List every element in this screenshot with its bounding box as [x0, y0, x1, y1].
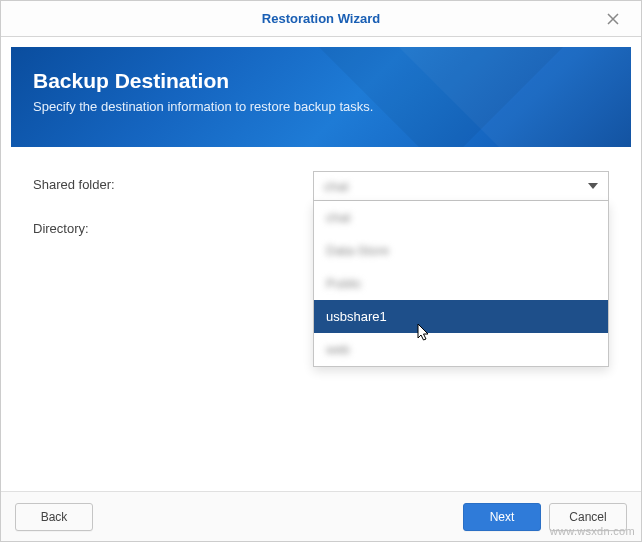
footer: Back Next Cancel — [1, 491, 641, 541]
shared-folder-label: Shared folder: — [33, 171, 313, 192]
dropdown-item-usbshare1[interactable]: usbshare1 — [314, 300, 608, 333]
cancel-button[interactable]: Cancel — [549, 503, 627, 531]
dropdown-item[interactable]: Public — [314, 267, 608, 300]
close-button[interactable] — [595, 1, 631, 37]
titlebar: Restoration Wizard — [1, 1, 641, 37]
banner: Backup Destination Specify the destinati… — [11, 47, 631, 147]
shared-folder-row: Shared folder: chat chat Data-Store — [33, 171, 609, 201]
shared-folder-dropdown: chat Data-Store Public usbshare1 — [313, 201, 609, 367]
shared-folder-select[interactable]: chat — [313, 171, 609, 201]
restoration-wizard-window: Restoration Wizard Backup Destination Sp… — [0, 0, 642, 542]
content-area: Backup Destination Specify the destinati… — [1, 37, 641, 491]
form-area: Shared folder: chat chat Data-Store — [11, 147, 631, 491]
banner-subheading: Specify the destination information to r… — [33, 99, 609, 114]
directory-label: Directory: — [33, 215, 313, 236]
dropdown-item[interactable]: chat — [314, 201, 608, 234]
dropdown-item[interactable]: Data-Store — [314, 234, 608, 267]
dropdown-item-label: usbshare1 — [326, 309, 387, 324]
shared-folder-control: chat chat Data-Store Public — [313, 171, 609, 201]
next-button[interactable]: Next — [463, 503, 541, 531]
dropdown-item-label: Public — [326, 276, 361, 291]
shared-folder-value: chat — [324, 179, 349, 194]
dropdown-item-label: web — [326, 342, 350, 357]
dropdown-item-label: Data-Store — [326, 243, 389, 258]
back-button[interactable]: Back — [15, 503, 93, 531]
dropdown-item-label: chat — [326, 210, 351, 225]
close-icon — [607, 13, 619, 25]
banner-heading: Backup Destination — [33, 69, 609, 93]
window-title: Restoration Wizard — [262, 11, 380, 26]
dropdown-item[interactable]: web — [314, 333, 608, 366]
caret-down-icon — [588, 183, 598, 189]
footer-right: Next Cancel — [463, 503, 627, 531]
